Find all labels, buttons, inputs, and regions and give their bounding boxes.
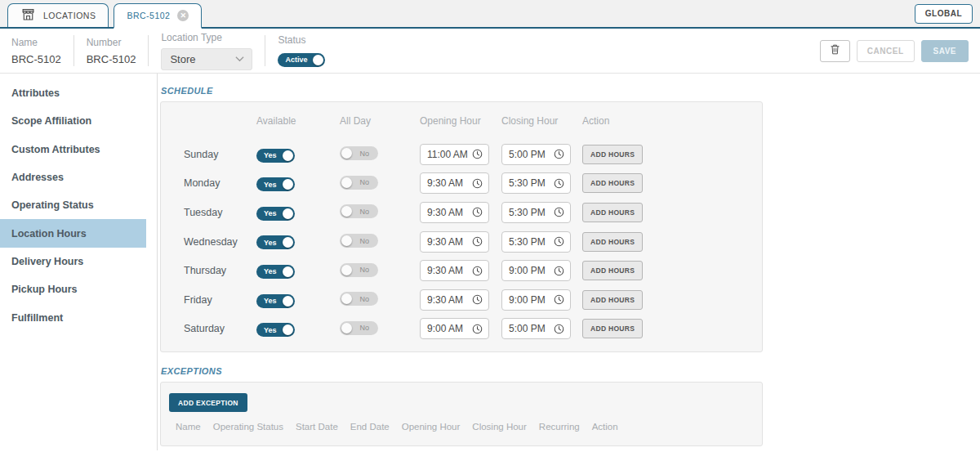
available-toggle-tuesday[interactable]: Yes [256,207,295,221]
global-button[interactable]: GLOBAL [915,4,973,24]
opening-hour-input-friday[interactable] [427,294,472,306]
day-label-tuesday: Tuesday [184,207,256,218]
opening-hour-input-monday[interactable] [427,177,472,189]
closing-hour-input-thursday[interactable] [509,265,554,276]
opening-hour-input-sunday[interactable] [427,149,472,160]
opening-hour-input-wednesday[interactable] [427,236,472,248]
closing-hour-field-wednesday[interactable] [501,231,571,253]
all-day-toggle-saturday[interactable]: No [340,321,378,335]
opening-hour-field-friday[interactable] [420,289,489,311]
all-day-toggle-tuesday[interactable]: No [340,204,378,218]
sidebar-item-fulfillment[interactable]: Fulfillment [0,303,146,331]
available-toggle-thursday[interactable]: Yes [256,265,295,279]
chevron-down-icon [235,56,244,62]
location-type-select[interactable]: Store [161,48,252,70]
delete-button[interactable] [820,40,850,62]
all-day-toggle-label: No [359,208,369,216]
all-day-toggle-label: No [359,237,369,245]
opening-hour-input-tuesday[interactable] [427,207,472,218]
available-toggle-wednesday[interactable]: Yes [256,235,295,249]
save-button[interactable]: SAVE [921,40,969,62]
all-day-toggle-thursday[interactable]: No [340,263,378,277]
available-toggle-saturday[interactable]: Yes [256,323,295,337]
opening-hour-field-sunday[interactable] [420,144,489,165]
sidebar-item-operating-status[interactable]: Operating Status [0,191,146,219]
opening-hour-field-wednesday[interactable] [420,231,489,253]
add-hours-button-sunday[interactable]: ADD HOURS [582,145,643,164]
closing-hour-field-thursday[interactable] [501,260,571,281]
action-column-header: Action [582,114,749,127]
exc-col-closing-hour: Closing Hour [472,422,526,432]
sidebar: Attributes Scope Affiliation Custom Attr… [0,74,158,450]
opening-hour-field-saturday[interactable] [420,318,489,339]
clock-icon [554,266,564,276]
closing-hour-field-monday[interactable] [501,172,571,194]
status-toggle-label: Active [285,56,307,64]
add-hours-button-wednesday[interactable]: ADD HOURS [582,232,643,252]
opening-hour-input-saturday[interactable] [427,323,472,334]
schedule-grid: Available All Day Opening Hour Closing H… [184,114,749,343]
sidebar-item-delivery-hours[interactable]: Delivery Hours [0,248,146,275]
available-column-header: Available [256,114,340,127]
exceptions-heading: EXCEPTIONS [161,366,980,376]
toggle-knob [283,324,293,335]
closing-hour-field-friday[interactable] [501,289,571,311]
cancel-button[interactable]: CANCEL [857,40,915,62]
closing-hour-input-tuesday[interactable] [509,207,554,218]
all-day-toggle-sunday[interactable]: No [340,146,378,160]
day-label-wednesday: Wednesday [184,236,256,248]
clock-icon [554,207,564,217]
clock-icon [472,266,483,276]
available-toggle-friday[interactable]: Yes [256,294,295,308]
status-toggle[interactable]: Active [278,53,325,67]
add-hours-button-tuesday[interactable]: ADD HOURS [582,203,643,222]
closing-hour-field-saturday[interactable] [501,318,571,339]
exceptions-column-headers: Name Operating Status Start Date End Dat… [176,422,762,432]
opening-hour-field-thursday[interactable] [420,260,489,281]
closing-hour-input-saturday[interactable] [509,323,554,334]
toggle-knob [341,148,352,159]
add-hours-button-monday[interactable]: ADD HOURS [582,173,643,193]
closing-hour-input-friday[interactable] [509,294,554,306]
name-field: Name BRC-5102 [11,37,74,65]
sidebar-item-addresses[interactable]: Addresses [0,163,146,191]
add-hours-button-thursday[interactable]: ADD HOURS [582,261,643,280]
closing-hour-field-tuesday[interactable] [501,202,571,223]
add-hours-button-saturday[interactable]: ADD HOURS [582,319,643,338]
sidebar-item-attributes[interactable]: Attributes [0,79,146,107]
sidebar-item-custom-attributes[interactable]: Custom Attributes [0,136,146,163]
closing-hour-input-monday[interactable] [509,177,554,189]
tab-brc-5102[interactable]: BRC-5102 ✕ [114,3,202,29]
trash-icon [829,43,841,59]
tab-locations[interactable]: LOCATIONS [7,3,109,27]
close-icon[interactable]: ✕ [177,10,189,21]
sidebar-item-scope-affiliation[interactable]: Scope Affiliation [0,107,146,135]
available-toggle-sunday[interactable]: Yes [256,149,295,163]
number-label: Number [87,37,136,48]
toggle-knob [283,150,293,161]
closing-hour-input-sunday[interactable] [509,149,554,160]
tab-brc-5102-label: BRC-5102 [127,11,170,20]
location-type-label: Location Type [161,32,252,43]
exc-col-action: Action [592,422,618,432]
sidebar-item-location-hours[interactable]: Location Hours [0,219,146,247]
app-root: LOCATIONS BRC-5102 ✕ GLOBAL Name BRC-510… [0,0,980,450]
available-toggle-monday[interactable]: Yes [256,177,295,191]
exc-col-operating-status: Operating Status [213,422,283,432]
number-field: Number BRC-5102 [74,37,149,65]
all-day-toggle-friday[interactable]: No [340,292,378,306]
all-day-toggle-wednesday[interactable]: No [340,234,378,248]
opening-hour-input-thursday[interactable] [427,265,472,276]
clock-icon [554,149,564,159]
sidebar-item-pickup-hours[interactable]: Pickup Hours [0,275,146,303]
closing-hour-field-sunday[interactable] [501,144,571,165]
opening-hour-field-tuesday[interactable] [420,202,489,223]
clock-icon [472,178,483,189]
all-day-toggle-monday[interactable]: No [340,176,378,190]
closing-hour-input-wednesday[interactable] [509,236,554,248]
add-hours-button-friday[interactable]: ADD HOURS [582,290,643,310]
toggle-knob [283,266,293,277]
clock-icon [472,324,483,334]
opening-hour-field-monday[interactable] [420,172,489,194]
add-exception-button[interactable]: ADD EXCEPTION [169,393,247,412]
